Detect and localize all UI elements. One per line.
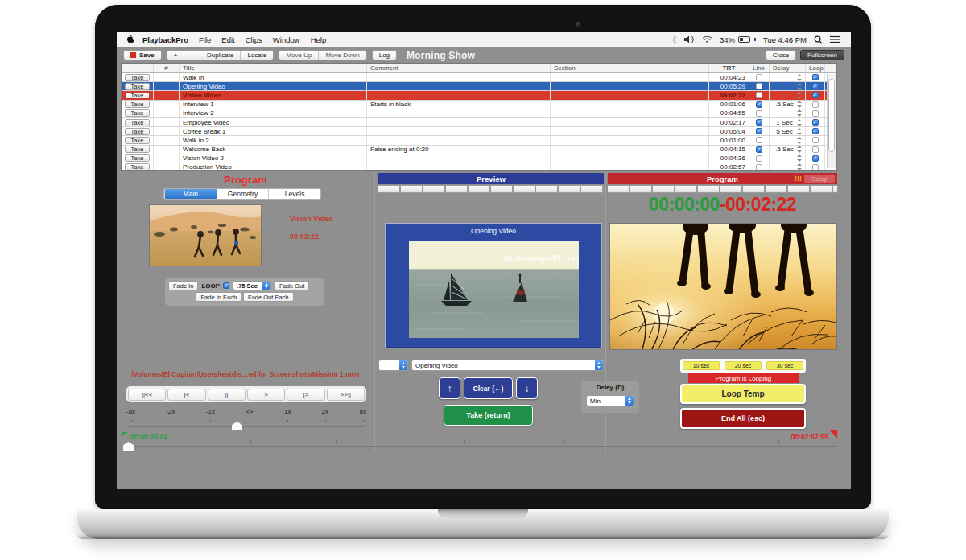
preview-clip-select[interactable]: Opening Video	[411, 360, 604, 371]
take-button[interactable]: Take	[125, 154, 150, 162]
stepper-icon[interactable]	[625, 396, 634, 406]
save-button[interactable]: Save	[123, 50, 162, 60]
link-checkbox[interactable]	[756, 74, 762, 80]
wifi-icon[interactable]	[702, 35, 712, 43]
menu-item[interactable]: Clips	[246, 35, 262, 44]
search-icon[interactable]	[814, 35, 823, 44]
loop-checkbox[interactable]	[812, 74, 819, 80]
delay-stepper[interactable]	[796, 119, 802, 126]
move-down-button[interactable]: Move Down	[318, 51, 365, 60]
table-row[interactable]: Take Walk in 2 00:01:00	[122, 136, 836, 145]
speed-label[interactable]: -8x	[126, 408, 135, 422]
delay-stepper[interactable]	[796, 101, 802, 108]
table-row[interactable]: Take Production Video 00:02:57	[122, 163, 836, 171]
add-clip-button[interactable]: +	[167, 51, 184, 60]
loop-checkbox[interactable]	[812, 101, 819, 108]
quick-loop-button[interactable]: 30 sec	[766, 361, 803, 370]
link-checkbox[interactable]	[756, 155, 762, 162]
tab[interactable]: Geometry	[217, 189, 269, 199]
speed-slider-thumb[interactable]	[232, 422, 242, 430]
take-button[interactable]: Take	[125, 92, 150, 99]
link-checkbox[interactable]	[756, 110, 762, 117]
link-checkbox[interactable]	[756, 92, 762, 98]
locate-button[interactable]: Locate	[240, 51, 273, 60]
link-checkbox[interactable]	[756, 146, 762, 153]
move-selection-up-button[interactable]: ↑	[439, 377, 460, 399]
transport-button[interactable]: |>	[287, 389, 324, 401]
speed-label[interactable]: -2x	[166, 408, 175, 422]
take-button[interactable]: Take	[125, 128, 150, 135]
move-up-button[interactable]: Move Up	[279, 51, 318, 60]
delay-stepper[interactable]	[796, 74, 802, 81]
fade-in-each-button[interactable]: Fade In Each	[196, 292, 242, 302]
menu-item[interactable]: File	[199, 35, 211, 44]
take-button[interactable]: Take	[125, 146, 150, 153]
table-scrollbar[interactable]	[827, 74, 836, 168]
delay-select[interactable]: Min	[586, 395, 634, 406]
duplicate-button[interactable]: Duplicate	[200, 51, 240, 60]
delay-stepper[interactable]	[796, 92, 802, 99]
transport-button[interactable]: >>||	[327, 389, 365, 401]
take-return-button[interactable]: Take (return)	[444, 405, 533, 426]
clear-button[interactable]: Clear (←)	[464, 377, 513, 399]
loop-checkbox[interactable]	[812, 83, 819, 89]
delay-stepper[interactable]	[796, 154, 802, 162]
link-checkbox[interactable]	[756, 128, 762, 134]
take-button[interactable]: Take	[125, 119, 150, 126]
volume-icon[interactable]	[684, 35, 695, 43]
stepper-icon[interactable]	[262, 282, 270, 290]
link-checkbox[interactable]	[756, 101, 762, 108]
quick-loop-button[interactable]: 20 sec	[724, 361, 762, 370]
table-row[interactable]: Take Vision Video 2 00:04:36	[122, 154, 836, 163]
delay-value[interactable]: .5 Sec	[773, 146, 796, 153]
timeline-slider-track[interactable]	[122, 446, 836, 447]
delay-stepper[interactable]	[796, 163, 802, 171]
link-checkbox[interactable]	[756, 119, 762, 126]
table-row[interactable]: Take Interview 1 Starts in black 00:01:0…	[122, 101, 836, 109]
bluetooth-icon[interactable]	[671, 35, 677, 44]
loop-checkbox[interactable]	[812, 110, 819, 117]
apple-menu-icon[interactable]	[127, 35, 135, 44]
take-button[interactable]: Take	[125, 137, 150, 144]
speed-slider-track[interactable]	[126, 426, 366, 427]
table-row[interactable]: Take Opening Video 00:05:29	[122, 82, 836, 91]
speed-label[interactable]: 2x	[322, 408, 328, 422]
take-button[interactable]: Take	[125, 109, 150, 117]
menu-clock[interactable]: Tue 4:46 PM	[763, 35, 807, 44]
setup-button[interactable]: Setup	[804, 175, 835, 183]
delay-stepper[interactable]	[796, 109, 802, 117]
stepper-icon[interactable]	[595, 360, 603, 370]
take-button[interactable]: Take	[125, 74, 150, 81]
notification-list-icon[interactable]	[830, 35, 840, 43]
fade-out-each-button[interactable]: Fade Out Each	[243, 292, 293, 302]
end-all-button[interactable]: End All (esc)	[680, 408, 806, 429]
delay-stepper[interactable]	[796, 137, 802, 144]
menu-item[interactable]: Window	[273, 35, 300, 44]
transport-button[interactable]: |<	[167, 389, 205, 401]
cue-number-select[interactable]	[378, 360, 408, 371]
loop-temp-button[interactable]: Loop Temp	[680, 384, 806, 404]
speed-label[interactable]: 1x	[284, 408, 291, 422]
loop-checkbox[interactable]	[812, 155, 819, 162]
battery-indicator[interactable]: 34%	[720, 35, 756, 44]
delay-value[interactable]: 5 Sec	[773, 128, 796, 135]
loop-checkbox[interactable]	[812, 137, 819, 143]
move-selection-down-button[interactable]: ↓	[516, 377, 538, 399]
take-button[interactable]: Take	[125, 163, 150, 171]
speed-label[interactable]: -1x	[206, 408, 215, 422]
delay-stepper[interactable]	[796, 128, 802, 135]
menu-item[interactable]: Edit	[221, 35, 234, 44]
link-checkbox[interactable]	[756, 164, 762, 171]
table-row[interactable]: Take Welcome Back False ending at 0:20 0…	[122, 146, 836, 154]
link-checkbox[interactable]	[756, 137, 762, 143]
speed-label[interactable]: 8x	[360, 408, 366, 422]
speed-label[interactable]: <>	[246, 408, 253, 422]
loop-checkbox-main[interactable]	[223, 282, 229, 289]
delay-stepper[interactable]	[796, 83, 802, 90]
table-row[interactable]: Take Interview 2 00:04:55	[122, 109, 836, 118]
loop-checkbox[interactable]	[812, 146, 819, 153]
delay-value[interactable]: 1 Sec	[773, 119, 796, 126]
stepper-icon[interactable]	[399, 360, 407, 370]
link-checkbox[interactable]	[756, 83, 762, 89]
preview-cue-buttons[interactable]	[378, 185, 604, 193]
